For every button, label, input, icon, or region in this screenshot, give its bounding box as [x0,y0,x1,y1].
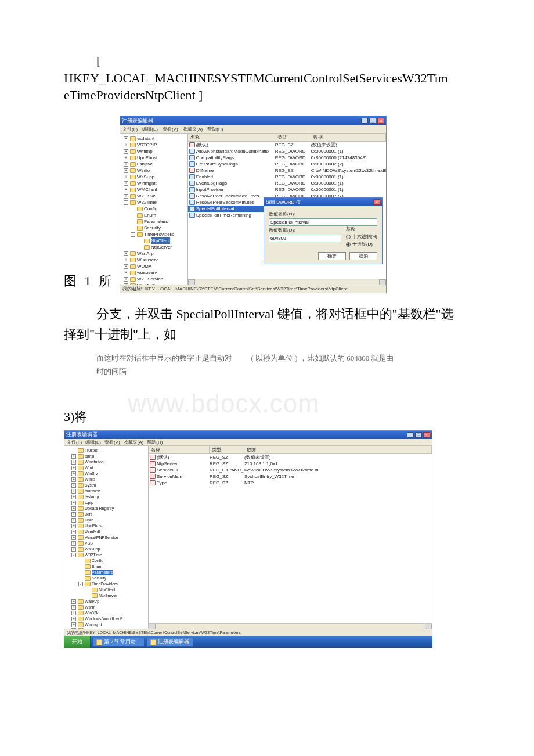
tree-item[interactable]: +taskmgr [66,494,147,500]
tree-item[interactable]: +Windows Workflow F [66,616,147,622]
tree-item[interactable]: +WanArp [121,250,186,257]
table-row[interactable]: CrossSiteSyncFlagsREG_DWORD0x00000002 (2… [188,161,386,167]
tree-item[interactable]: +Winstation [66,459,147,465]
cancel-button[interactable]: 取消 [349,252,377,260]
tree-item[interactable]: NtpClient [121,237,186,244]
table-row[interactable]: DllNameREG_SZC:\WINDOWS\system32\w32time… [188,167,386,174]
tree-item[interactable]: +VersetPNPService [66,535,147,541]
tree-item[interactable]: +tsurlmon [66,488,147,494]
expand-icon[interactable]: - [124,200,128,205]
tree-item[interactable]: +Wsdio [121,167,186,174]
menu-help[interactable]: 帮助(H) [147,439,163,445]
horizontal-scrollbar[interactable] [188,279,386,285]
expand-icon[interactable]: + [71,530,76,534]
menu-view[interactable]: 查看(V) [104,439,120,445]
expand-icon[interactable]: + [71,471,76,476]
table-row[interactable]: InputProviderREG_DWORD0x00000001 (1) [188,186,386,193]
tree-item[interactable]: +WmiApSrv [121,282,186,285]
tree-item[interactable]: Config [121,206,186,212]
registry-tree[interactable]: Trusted+tsmsi+Winstation+Wmi+WinSrv+WinI… [64,446,149,629]
maximize-button[interactable]: □ [415,432,422,438]
taskbar-item-2[interactable]: 注册表编辑器 [146,638,193,647]
table-row[interactable]: EnabledREG_DWORD0x00000001 (1) [188,174,386,180]
tree-item[interactable]: +wuauserv [121,269,186,276]
minimize-button[interactable]: _ [407,432,414,438]
menu-help[interactable]: 帮助(H) [207,126,223,132]
tree-item[interactable]: +vwifimp [121,148,186,154]
menu-file[interactable]: 文件(F) [122,126,138,132]
registry-tree[interactable]: +vsdatant+VSTCPIP+vwifimp+UpnPhost+usnjs… [120,134,188,285]
tree-item[interactable]: Parameters [121,218,186,225]
expand-icon[interactable]: + [71,541,76,546]
tree-item[interactable]: Security [121,225,186,231]
scroll-right-icon[interactable] [379,279,386,285]
expand-icon[interactable]: + [71,547,76,552]
tree-item[interactable]: -W32Time [66,552,147,558]
tree-item[interactable]: +WinSrv [66,471,147,477]
expand-icon[interactable]: + [124,162,128,167]
tree-item[interactable]: +VSTCPIP [121,142,186,148]
tree-item[interactable]: +tcpip [66,500,147,506]
tree-item[interactable]: -W32Time [121,199,186,206]
tree-item[interactable]: Enum [66,564,147,570]
registry-values-list[interactable]: 名称 类型 数据 (默认)REG_SZ(数值未设置)NtpServerREG_S… [149,446,432,629]
tree-item[interactable]: NtpServer [121,244,186,250]
tree-item[interactable]: +WinId [66,477,147,483]
value-name-input[interactable] [269,218,377,226]
tree-item[interactable]: +Winmgmt [66,622,147,628]
expand-icon[interactable]: + [124,264,128,269]
expand-icon[interactable]: + [124,136,128,141]
tree-item[interactable]: Config [66,558,147,564]
tree-item[interactable]: +Wsrm [66,604,147,610]
tree-item[interactable]: +UserMdl [66,529,147,535]
expand-icon[interactable]: + [71,460,76,465]
maximize-button[interactable]: □ [369,118,376,124]
tree-item[interactable]: Trusted [66,448,147,453]
tree-item[interactable]: +tsmsi [66,453,147,459]
expand-icon[interactable]: + [71,483,76,488]
horizontal-scrollbar[interactable] [149,623,432,629]
start-button[interactable]: 开始 [64,636,91,648]
table-row[interactable]: ServiceDllREG_EXPAND_SZC:\WINDOWS\system… [149,467,432,473]
tree-item[interactable]: Parameters [66,570,147,575]
expand-icon[interactable]: + [71,622,76,627]
tree-item[interactable]: +udfs [66,512,147,517]
expand-icon[interactable]: + [124,194,128,199]
tree-item[interactable]: +WLansvc [66,628,147,629]
tree-item[interactable]: +WZCSvc [121,193,186,199]
menu-edit[interactable]: 编辑(E) [142,126,158,132]
ok-button[interactable]: 确定 [318,252,346,260]
tree-item[interactable]: +usnjsvc [121,161,186,167]
expand-icon[interactable]: + [124,251,128,256]
table-row[interactable]: TypeREG_SZNTP [149,480,432,486]
expand-icon[interactable]: + [124,143,128,147]
table-row[interactable]: EventLogFlagsREG_DWORD0x00000001 (1) [188,180,386,186]
tree-item[interactable]: NtpClient [66,587,147,593]
expand-icon[interactable]: + [71,512,76,517]
expand-icon[interactable]: + [124,156,128,160]
expand-icon[interactable]: + [124,168,128,173]
tree-item[interactable]: +Wmi [66,465,147,471]
tree-item[interactable]: +WMClient [121,186,186,193]
menu-view[interactable]: 查看(V) [163,126,178,132]
menu-fav[interactable]: 收藏夹(A) [183,126,203,132]
expand-icon[interactable]: + [71,454,76,459]
expand-icon[interactable]: + [124,271,128,275]
tree-item[interactable]: +Wuauserv [121,257,186,263]
tree-item[interactable]: +vsdatant [121,135,186,142]
expand-icon[interactable]: + [71,599,76,604]
tree-item[interactable]: NtpServer [66,593,147,599]
tree-item[interactable]: Enum [121,212,186,218]
scroll-left-icon[interactable] [188,279,195,285]
table-row[interactable]: ServiceMainREG_SZSvchostEntry_W32Time [149,473,432,480]
tree-item[interactable]: +WDMA [121,263,186,269]
expand-icon[interactable]: + [71,489,76,494]
expand-icon[interactable]: + [71,506,76,511]
scroll-left-icon[interactable] [149,624,156,629]
tree-item[interactable]: +Update Registry [66,506,147,512]
tree-item[interactable]: +Winmgmt [121,180,186,186]
registry-values-list[interactable]: 名称 类型 数据 (默认)REG_SZ(数值未设置)AllowNonstanda… [188,134,386,285]
dialog-close-button[interactable]: × [373,199,380,205]
expand-icon[interactable]: + [71,611,76,615]
expand-icon[interactable]: + [124,258,128,262]
